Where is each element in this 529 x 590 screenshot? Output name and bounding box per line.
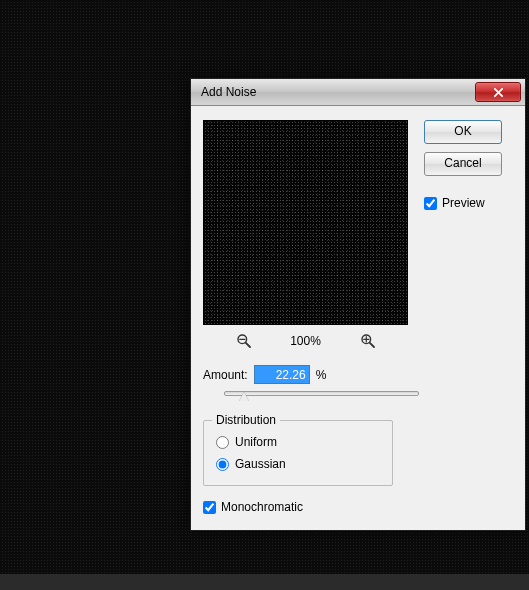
- add-noise-dialog: Add Noise 100%: [190, 78, 526, 531]
- dialog-body: 100% OK Cancel Preview: [191, 106, 525, 530]
- zoom-out-button[interactable]: [236, 333, 252, 349]
- preview-checkbox-label: Preview: [442, 196, 485, 210]
- noise-preview[interactable]: [203, 120, 408, 325]
- dialog-title: Add Noise: [201, 85, 475, 99]
- zoom-in-icon: [360, 333, 376, 349]
- cancel-button[interactable]: Cancel: [424, 152, 502, 176]
- monochromatic-checkbox[interactable]: [203, 501, 216, 514]
- distribution-uniform-row[interactable]: Uniform: [216, 431, 380, 453]
- distribution-legend: Distribution: [212, 413, 280, 427]
- zoom-in-button[interactable]: [360, 333, 376, 349]
- svg-line-1: [245, 343, 249, 347]
- zoom-level-label: 100%: [286, 334, 326, 348]
- distribution-group: Distribution Uniform Gaussian: [203, 420, 393, 486]
- dialog-titlebar[interactable]: Add Noise: [191, 79, 525, 106]
- distribution-gaussian-row[interactable]: Gaussian: [216, 453, 380, 475]
- preview-checkbox-row[interactable]: Preview: [424, 196, 502, 210]
- zoom-out-icon: [236, 333, 252, 349]
- preview-checkbox[interactable]: [424, 197, 437, 210]
- svg-line-4: [369, 343, 373, 347]
- app-status-strip: [0, 574, 529, 590]
- monochromatic-label: Monochromatic: [221, 500, 303, 514]
- uniform-radio[interactable]: [216, 436, 229, 449]
- close-icon: [493, 87, 504, 98]
- slider-thumb[interactable]: [239, 392, 249, 401]
- ok-button[interactable]: OK: [424, 120, 502, 144]
- amount-unit: %: [316, 368, 327, 382]
- close-button[interactable]: [475, 82, 521, 102]
- gaussian-radio[interactable]: [216, 458, 229, 471]
- amount-slider[interactable]: [224, 388, 419, 406]
- gaussian-radio-label: Gaussian: [235, 457, 286, 471]
- amount-label: Amount:: [203, 368, 248, 382]
- amount-input[interactable]: [254, 365, 310, 384]
- slider-track: [224, 391, 419, 396]
- uniform-radio-label: Uniform: [235, 435, 277, 449]
- monochromatic-row[interactable]: Monochromatic: [203, 500, 513, 514]
